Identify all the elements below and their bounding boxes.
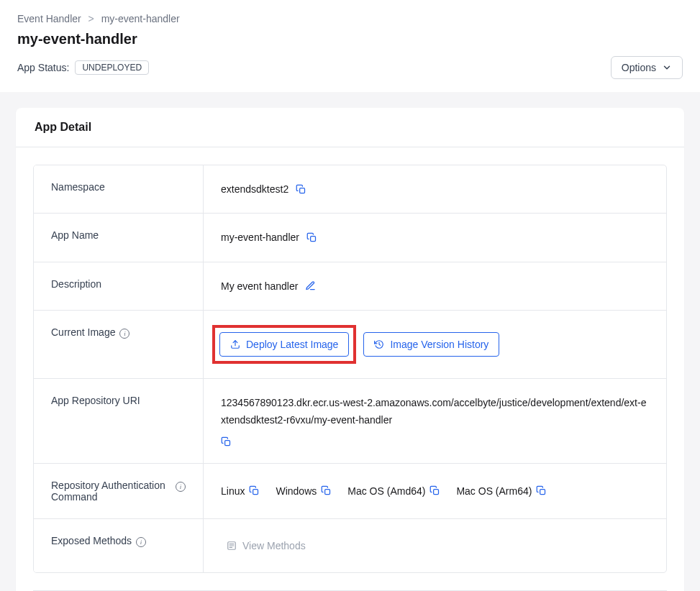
breadcrumb-current: my-event-handler: [101, 13, 180, 24]
card-title: App Detail: [16, 108, 684, 147]
row-repo-auth: Repository Authentication Command i Linu…: [34, 464, 666, 519]
label-exposed-methods: Exposed Methods i: [34, 519, 204, 572]
os-linux: Linux: [221, 483, 245, 499]
edit-icon[interactable]: [305, 280, 316, 291]
row-current-image: Current Image i Deploy Latest Image: [34, 311, 666, 379]
svg-rect-5: [325, 490, 330, 495]
chevron-right-icon: >: [88, 13, 94, 24]
row-repo-uri: App Repository URI 1234567890123.dkr.ecr…: [34, 379, 666, 464]
label-description: Description: [34, 262, 204, 310]
options-button[interactable]: Options: [611, 56, 683, 79]
breadcrumb-parent[interactable]: Event Handler: [17, 13, 81, 24]
breadcrumb: Event Handler > my-event-handler: [17, 13, 683, 24]
svg-rect-6: [434, 490, 439, 495]
copy-icon[interactable]: [221, 436, 232, 447]
app-detail-card: App Detail Namespace extendsdktest2 App …: [16, 108, 684, 591]
row-description: Description My event handler: [34, 262, 666, 311]
value-namespace: extendsdktest2: [221, 181, 288, 197]
copy-icon[interactable]: [536, 485, 547, 496]
svg-rect-1: [311, 237, 316, 242]
copy-icon[interactable]: [249, 485, 260, 496]
value-description: My event handler: [221, 278, 298, 294]
svg-rect-3: [225, 440, 230, 445]
image-version-history-button[interactable]: Image Version History: [363, 332, 499, 357]
label-repo-auth: Repository Authentication Command i: [34, 464, 204, 518]
label-app-name: App Name: [34, 214, 204, 261]
info-icon[interactable]: i: [176, 482, 186, 492]
copy-icon[interactable]: [321, 485, 332, 496]
value-app-name: my-event-handler: [221, 229, 299, 245]
svg-rect-0: [300, 188, 305, 193]
view-methods-button: View Methods: [221, 535, 312, 556]
os-windows: Windows: [276, 483, 317, 499]
info-icon[interactable]: i: [136, 537, 146, 547]
info-icon[interactable]: i: [119, 329, 129, 339]
copy-icon[interactable]: [296, 184, 306, 195]
row-namespace: Namespace extendsdktest2: [34, 165, 666, 214]
list-icon: [227, 541, 237, 551]
upload-icon: [230, 339, 240, 349]
os-mac-amd: Mac OS (Amd64): [347, 483, 425, 499]
app-status-label: App Status:: [17, 62, 69, 73]
svg-rect-4: [253, 490, 258, 495]
svg-rect-7: [540, 490, 545, 495]
deploy-latest-image-button[interactable]: Deploy Latest Image: [219, 332, 349, 357]
row-exposed-methods: Exposed Methods i View Methods: [34, 519, 666, 572]
history-icon: [374, 339, 384, 349]
label-repo-uri: App Repository URI: [34, 379, 204, 463]
chevron-down-icon: [662, 63, 672, 73]
copy-icon[interactable]: [306, 232, 317, 243]
status-badge: UNDEPLOYED: [75, 60, 149, 75]
options-button-label: Options: [622, 62, 656, 73]
label-namespace: Namespace: [34, 165, 204, 213]
os-mac-arm: Mac OS (Arm64): [456, 483, 532, 499]
copy-icon[interactable]: [429, 485, 440, 496]
highlight-box: Deploy Latest Image: [212, 325, 356, 364]
page-title: my-event-handler: [17, 31, 683, 47]
detail-table: Namespace extendsdktest2 App Name my-eve…: [33, 165, 667, 573]
label-current-image: Current Image i: [34, 311, 204, 378]
value-repo-uri: 1234567890123.dkr.ecr.us-west-2.amazonaw…: [221, 395, 649, 429]
row-app-name: App Name my-event-handler: [34, 214, 666, 262]
